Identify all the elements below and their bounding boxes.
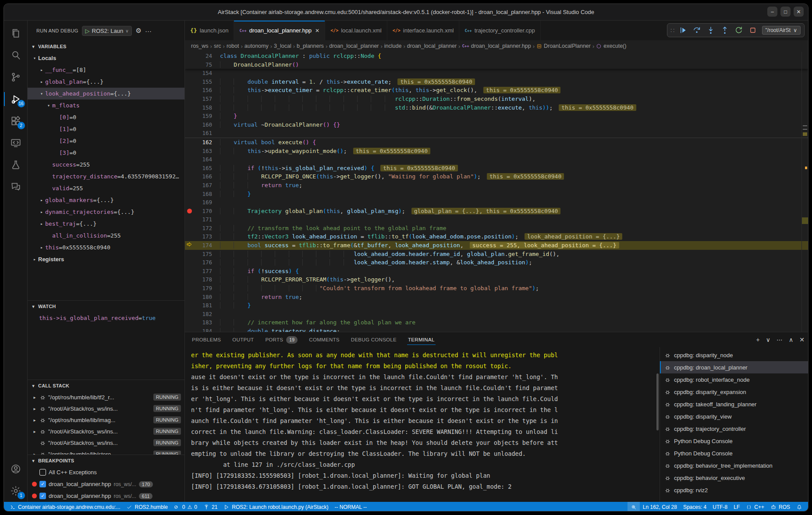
code-line[interactable]: 167 return true; (185, 181, 808, 190)
breadcrumb-item[interactable]: execute() (596, 43, 626, 49)
chevron-down-icon[interactable]: ▾ (30, 383, 36, 389)
code-line[interactable]: 160 virtual ~DroanLocalPlanner() {} (185, 121, 808, 129)
code-line[interactable]: 181 } (185, 301, 808, 310)
code-line[interactable]: 156 this->execute_timer = rclcpp::create… (185, 86, 808, 95)
breadcrumb-item[interactable]: C++droan_local_planner.hpp (462, 43, 531, 49)
step-over-button[interactable] (692, 25, 702, 35)
panel-tab-comments[interactable]: COMMENTS (308, 332, 340, 347)
breadcrumb-item[interactable]: robot (227, 43, 239, 49)
code-line[interactable]: 162 virtual bool execute() { (185, 138, 808, 147)
code-line[interactable]: 168 } (185, 190, 808, 199)
breadcrumb-item[interactable]: droan_local_planner (329, 43, 379, 49)
code-line[interactable]: 180 return true; (185, 293, 808, 302)
statusbar-ros-status[interactable]: ROS (767, 502, 793, 511)
terminal-session-item[interactable]: Python Debug Console (660, 447, 808, 459)
new-terminal-icon[interactable]: + (756, 336, 760, 343)
breadcrumb-item[interactable]: ros_ws (191, 43, 209, 49)
code-line[interactable]: 171 (185, 215, 808, 224)
code-line[interactable]: 177 if (!success) { (185, 267, 808, 276)
chevron-down-icon[interactable]: ▾ (30, 458, 36, 464)
terminal-session-item[interactable]: cppdbg: disparity_node (660, 349, 808, 361)
close-panel-icon[interactable]: ✕ (799, 336, 805, 343)
code-line[interactable]: 184 double trajectory_distance; (185, 327, 808, 332)
call-stack-row[interactable]: ▸"/opt/ros/humble/lib/tf2_r...RUNNING (28, 391, 184, 403)
minimize-button[interactable]: – (767, 7, 777, 17)
statusbar-cursor-position[interactable]: Ln 162, Col 28 (640, 502, 680, 511)
terminal-session-item[interactable]: cppdbg: behavior_executive (660, 472, 808, 484)
activity-source-control-icon[interactable] (4, 66, 28, 88)
code-line[interactable]: 182 (185, 310, 808, 319)
code-line[interactable]: 164 (185, 155, 808, 164)
code-editor[interactable]: 24class DroanLocalPlanner : public rclcp… (185, 52, 808, 332)
gear-icon[interactable]: ⚙ (135, 27, 141, 35)
statusbar-problems[interactable]: 0⚠0 (171, 502, 200, 511)
code-line[interactable]: 154 (185, 69, 808, 78)
statusbar-eol[interactable]: LF (730, 502, 743, 511)
code-line[interactable]: 155 double interval = 1. / this->execute… (185, 78, 808, 86)
breakpoint-row[interactable]: All C++ Exceptions (28, 466, 184, 478)
activity-explorer-icon[interactable] (4, 22, 28, 44)
statusbar-ports[interactable]: 21 (200, 502, 220, 511)
variable-row[interactable]: ▸this = 0x5555558c0940 (28, 242, 184, 253)
variable-row[interactable]: ▾look_ahead_position = {...} (28, 88, 184, 99)
code-line[interactable]: 175 look_ahead_odom.header.frame_id, glo… (185, 250, 808, 259)
breadcrumb-item[interactable]: b_planners (297, 43, 324, 49)
variable-row[interactable]: success = 255 (28, 159, 184, 170)
panel-tab-ports[interactable]: PORTS19 (264, 332, 298, 347)
chevron-down-icon[interactable]: ▾ (30, 304, 36, 309)
statusbar-ros-distro[interactable]: ROS2.humble (123, 502, 170, 511)
tab-local-launch-xml[interactable]: </>local.launch.xml (325, 21, 387, 40)
variable-row[interactable]: trajectory_distance = 4.63557090831592… (28, 170, 184, 182)
tab-trajectory-controller-cpp[interactable]: C++trajectory_controller.cpp (459, 21, 540, 40)
activity-run-and-debug-icon[interactable]: 16 (4, 88, 28, 110)
breakpoint-checkbox[interactable]: ✓ (39, 493, 46, 499)
terminal-output[interactable]: er the existing publisher. As soon as an… (185, 347, 660, 502)
statusbar-vim-mode[interactable]: -- NORMAL -- (331, 502, 370, 511)
breakpoint-row[interactable]: ✓droan_local_planner.hppros_ws/...611 (28, 490, 184, 502)
tab-droan-local-planner-hpp[interactable]: C++droan_local_planner.hpp✕ (234, 21, 325, 40)
restart-button[interactable] (734, 25, 744, 35)
terminal-session-item[interactable]: cppdbg: takeoff_landing_planner (660, 398, 808, 410)
terminal-session-item[interactable]: cppdbg: trajectory_controller (660, 423, 808, 435)
activity-accounts-icon[interactable] (4, 458, 28, 480)
chevron-down-icon[interactable]: ▾ (30, 44, 36, 50)
drag-grip-icon[interactable]: ⸬ (671, 27, 674, 33)
activity-extensions-icon[interactable]: 2 (4, 110, 28, 132)
step-into-button[interactable] (706, 25, 716, 35)
terminal-scrollbar[interactable] (656, 373, 659, 430)
terminal-session-item[interactable]: cppdbg: disparity_view (660, 410, 808, 423)
close-button[interactable]: ✕ (794, 7, 804, 17)
activity-settings-icon[interactable]: 1 (4, 480, 28, 502)
code-line[interactable]: 178 RCLCPP_ERROR_STREAM(this->get_logger… (185, 275, 808, 284)
variable-row[interactable]: valid = 255 (28, 182, 184, 194)
variable-row[interactable]: ▸dynamic_trajectories = {...} (28, 206, 184, 218)
panel-tab-debug-console[interactable]: DEBUG CONSOLE (350, 332, 397, 347)
call-stack-row[interactable]: "/root/AirStack/ros_ws/ins...RUNNING (28, 437, 184, 448)
breakpoint-checkbox[interactable] (39, 469, 46, 476)
more-actions-icon[interactable]: ··· (145, 27, 152, 35)
gutter-glyph[interactable] (185, 241, 194, 250)
variable-row[interactable]: ▸global_plan = {...} (28, 76, 184, 88)
variable-row[interactable]: [3] = 0 (28, 147, 184, 159)
statusbar-encoding[interactable]: UTF-8 (709, 502, 730, 511)
code-line[interactable]: 179 "Couldn't transform from lookahead f… (185, 284, 808, 293)
activity-search-icon[interactable] (4, 44, 28, 66)
breakpoint-row[interactable]: ✓droan_local_planner.hppros_ws/...170 (28, 478, 184, 490)
breakpoint-icon[interactable] (187, 209, 192, 213)
code-line[interactable]: 170 Trajectory global_plan(this, global_… (185, 207, 808, 216)
code-line[interactable]: 169 (185, 198, 808, 207)
breakpoint-checkbox[interactable]: ✓ (39, 481, 46, 487)
activity-testing-icon[interactable] (4, 154, 28, 176)
variable-row[interactable]: ▸best_traj = {...} (28, 218, 184, 230)
variable-row[interactable]: ▸__func__ = [8] (28, 64, 184, 76)
breadcrumb-item[interactable]: src (214, 43, 221, 49)
variable-row[interactable]: ▾Locals (28, 52, 184, 64)
code-line[interactable]: 176 look_ahead_odom.header.stamp, &look_… (185, 258, 808, 267)
statusbar-remote-indicator[interactable]: Container airlab-storage.andrew.cmu.edu:… (7, 502, 123, 511)
variable-row[interactable]: [0] = 0 (28, 111, 184, 123)
step-out-button[interactable] (720, 25, 730, 35)
variable-row[interactable]: ▸Registers (28, 253, 184, 265)
code-line[interactable]: 161 (185, 129, 808, 138)
breadcrumb-item[interactable]: 3_local (274, 43, 291, 49)
variable-row[interactable]: all_in_collision = 255 (28, 230, 184, 242)
